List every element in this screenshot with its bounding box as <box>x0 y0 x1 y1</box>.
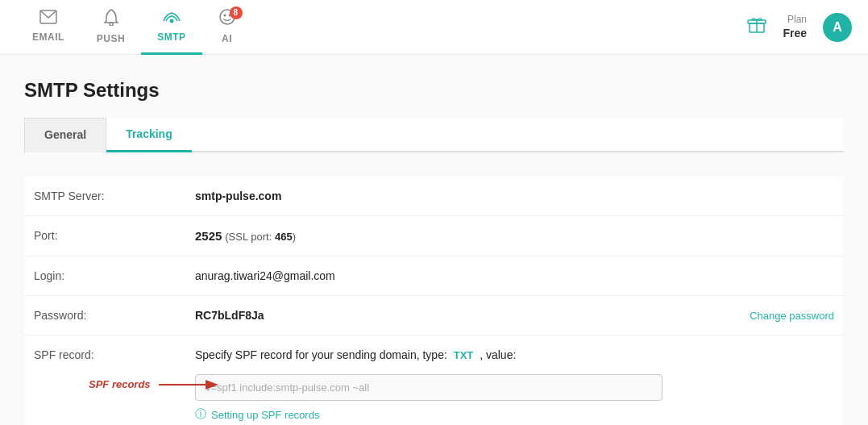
gift-icon[interactable] <box>747 15 766 40</box>
password-row: Password: RC7bLdF8Ja Change password <box>24 296 844 335</box>
smtp-icon <box>162 10 181 28</box>
nav-right: Plan Free A <box>747 13 852 42</box>
spf-arrow-icon <box>159 375 223 394</box>
nav-label-ai: AI <box>222 33 232 44</box>
info-icon: ⓘ <box>195 407 206 422</box>
top-navigation: EMAIL PUSH SMTP 8 <box>0 0 868 55</box>
spf-type-badge: TXT <box>454 349 474 361</box>
plan-info: Plan Free <box>783 14 807 41</box>
nav-items: EMAIL PUSH SMTP 8 <box>16 0 747 55</box>
spf-content: Specify SPF record for your sending doma… <box>185 335 844 426</box>
login-label: Login: <box>24 256 185 296</box>
login-value: anurag.tiwari24@gmail.com <box>185 256 844 296</box>
spf-annotation: SPF records <box>89 375 223 394</box>
nav-label-email: EMAIL <box>32 31 64 43</box>
password-label: Password: <box>24 296 185 335</box>
plan-label: Plan <box>783 14 807 27</box>
port-row: Port: 2525 (SSL port: 465) <box>24 216 844 256</box>
login-row: Login: anurag.tiwari24@gmail.com <box>24 256 844 296</box>
nav-item-ai[interactable]: 8 AI <box>202 0 252 55</box>
nav-item-email[interactable]: EMAIL <box>16 0 81 55</box>
settings-table: SMTP Server: smtp-pulse.com Port: 2525 (… <box>24 177 844 425</box>
spf-annotation-label: SPF records <box>89 378 151 390</box>
port-value-cell: 2525 (SSL port: 465) <box>185 216 844 256</box>
nav-item-smtp[interactable]: SMTP <box>141 0 201 55</box>
push-icon <box>103 8 119 30</box>
main-content: SMTP Settings General Tracking SMTP Serv… <box>0 55 868 425</box>
password-value: RC7bLdF8Ja <box>195 309 264 322</box>
svg-point-1 <box>110 23 113 26</box>
smtp-server-value: smtp-pulse.com <box>185 177 844 216</box>
page-title: SMTP Settings <box>24 79 844 102</box>
avatar[interactable]: A <box>823 13 852 42</box>
spf-setup-link-row: ⓘ Setting up SPF records <box>195 407 834 422</box>
spf-setup-link[interactable]: Setting up SPF records <box>211 409 319 421</box>
ai-badge: 8 <box>230 6 243 19</box>
spf-description: Specify SPF record for your sending doma… <box>195 348 834 361</box>
spf-input[interactable] <box>195 374 662 401</box>
password-value-cell: RC7bLdF8Ja Change password <box>185 296 844 335</box>
spf-input-row: SPF records <box>195 368 834 401</box>
email-icon <box>39 10 57 28</box>
svg-point-2 <box>169 19 173 23</box>
nav-label-smtp: SMTP <box>157 31 185 43</box>
nav-label-push: PUSH <box>97 33 125 44</box>
port-label: Port: <box>24 216 185 256</box>
tabs: General Tracking <box>24 118 844 152</box>
smtp-server-row: SMTP Server: smtp-pulse.com <box>24 177 844 216</box>
nav-item-push[interactable]: PUSH <box>81 0 141 55</box>
spf-row: SPF record: Specify SPF record for your … <box>24 335 844 426</box>
port-ssl-text: (SSL port: 465) <box>225 231 296 243</box>
change-password-link[interactable]: Change password <box>750 310 834 322</box>
tab-tracking[interactable]: Tracking <box>106 118 192 152</box>
tab-general[interactable]: General <box>24 118 106 152</box>
smtp-server-label: SMTP Server: <box>24 177 185 216</box>
svg-point-4 <box>223 14 226 16</box>
plan-name: Free <box>783 26 807 40</box>
